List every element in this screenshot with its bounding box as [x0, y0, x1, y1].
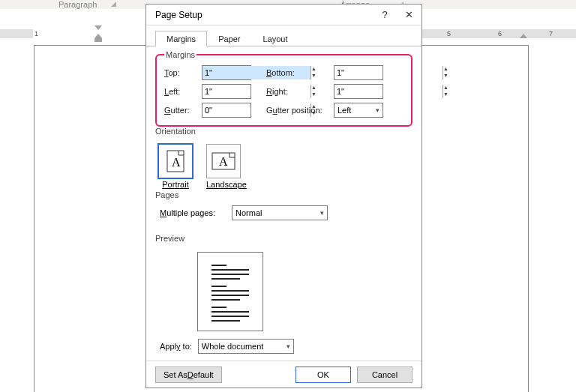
margin-left-spinner[interactable]: ▲▼ — [202, 84, 251, 99]
page-setup-dialog: Page Setup ? ✕ Margins Paper Layout Marg… — [146, 4, 422, 388]
margin-top-spinner[interactable]: ▲▼ — [202, 65, 251, 80]
svg-text:A: A — [219, 155, 228, 168]
tab-strip: Margins Paper Layout — [146, 25, 422, 46]
tab-layout[interactable]: Layout — [251, 31, 298, 46]
multiple-pages-dropdown[interactable]: Normal ▾ — [232, 205, 328, 220]
margin-bottom-label: Bottom: — [266, 68, 334, 77]
margin-bottom-spinner[interactable]: ▲▼ — [334, 65, 383, 80]
chevron-down-icon: ▾ — [320, 209, 324, 217]
orientation-fieldset: Orientation A Portrait A Landscape — [155, 127, 412, 190]
dialog-title: Page Setup — [155, 10, 202, 20]
chevron-down-icon: ▾ — [376, 106, 380, 114]
gutter-spinner[interactable]: ▲▼ — [202, 103, 251, 118]
spin-up-icon[interactable]: ▲ — [443, 66, 448, 73]
portrait-page-icon: A — [166, 150, 184, 172]
landscape-page-icon: A — [212, 152, 236, 170]
preview-legend: Preview — [155, 234, 184, 243]
orientation-legend: Orientation — [155, 127, 196, 136]
portrait-caption: Portrait — [158, 180, 193, 189]
multiple-pages-label: Multiple pages: — [160, 208, 215, 217]
indent-marker-icon[interactable] — [94, 25, 102, 30]
gutter-position-value: Left — [338, 106, 351, 115]
margin-right-input[interactable] — [334, 85, 442, 98]
cancel-button[interactable]: Cancel — [357, 367, 412, 383]
margins-legend: Margins — [164, 50, 196, 59]
pages-legend: Pages — [155, 190, 178, 199]
ribbon-launcher-icon: ◢ — [111, 0, 116, 7]
dialog-titlebar[interactable]: Page Setup ? ✕ — [146, 4, 422, 25]
apply-to-value: Whole document — [202, 342, 264, 351]
preview-page-icon — [197, 252, 263, 331]
ruler-tick: 5 — [447, 30, 451, 37]
ribbon-group-paragraph: Paragraph — [58, 0, 97, 9]
ok-button[interactable]: OK — [296, 367, 351, 383]
multiple-pages-value: Normal — [236, 208, 262, 217]
chevron-down-icon: ▾ — [286, 343, 290, 350]
svg-text:A: A — [172, 156, 181, 169]
landscape-caption: Landscape — [206, 180, 247, 189]
margin-right-label: Right: — [266, 87, 334, 96]
ruler-tick: 1 — [34, 30, 38, 37]
help-button[interactable]: ? — [378, 8, 392, 22]
margins-fieldset: Margins Top: ▲▼ Bottom: ▲▼ Left: ▲▼ — [155, 50, 412, 127]
spin-down-icon[interactable]: ▼ — [443, 73, 448, 79]
gutter-position-label: Gutter position: — [266, 106, 334, 115]
apply-to-dropdown[interactable]: Whole document ▾ — [198, 339, 294, 354]
pages-fieldset: Pages Multiple pages: Normal ▾ — [155, 190, 412, 220]
margin-right-spinner[interactable]: ▲▼ — [334, 84, 383, 99]
set-as-default-button[interactable]: Set As Default — [155, 367, 222, 383]
tab-margins[interactable]: Margins — [155, 31, 207, 46]
orientation-landscape[interactable]: A Landscape — [206, 144, 247, 189]
gutter-label: Gutter: — [164, 106, 202, 115]
close-icon[interactable]: ✕ — [402, 8, 416, 22]
apply-to-label: Apply to: — [160, 342, 192, 351]
margin-bottom-input[interactable] — [334, 66, 442, 79]
indent-marker-icon[interactable] — [94, 38, 102, 42]
ruler-tick: 7 — [549, 30, 553, 37]
gutter-position-dropdown[interactable]: Left ▾ — [334, 103, 383, 118]
ruler-tick: 6 — [498, 30, 502, 37]
margin-left-label: Left: — [164, 87, 202, 96]
margin-top-label: Top: — [164, 68, 202, 77]
spin-down-icon[interactable]: ▼ — [443, 91, 448, 98]
right-indent-marker-icon[interactable] — [520, 34, 527, 38]
spin-up-icon[interactable]: ▲ — [443, 85, 448, 91]
orientation-portrait[interactable]: A Portrait — [158, 144, 193, 189]
preview-fieldset: Preview — [155, 234, 412, 336]
tab-paper[interactable]: Paper — [207, 31, 251, 46]
